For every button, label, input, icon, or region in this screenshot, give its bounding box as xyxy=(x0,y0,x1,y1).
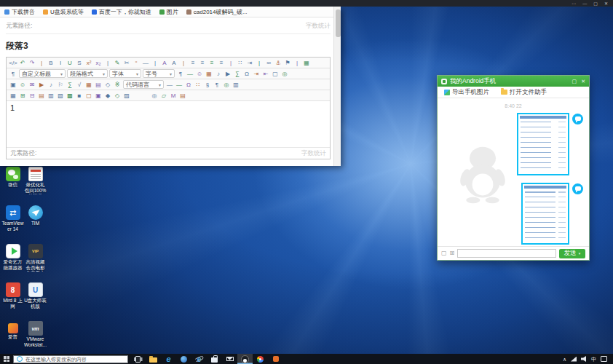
desktop-icon[interactable]: 最优化礼包回100%的汇总 xyxy=(24,167,47,205)
editor-toolbar-icon[interactable]: ⇥ xyxy=(245,58,254,67)
edge-icon[interactable] xyxy=(161,354,176,364)
desktop-icon[interactable]: TIM xyxy=(24,205,47,244)
editor-toolbar-icon[interactable]: √ xyxy=(75,80,84,89)
minimize-icon[interactable]: ▢ xyxy=(572,79,577,84)
editor-toolbar-icon[interactable]: Ω xyxy=(184,80,193,89)
editor-toolbar-icon[interactable]: ⇤ xyxy=(261,69,270,78)
editor-toolbar-icon[interactable]: Ω xyxy=(242,69,251,78)
editor-toolbar-icon[interactable]: ♪ xyxy=(214,69,223,78)
editor-toolbar-icon[interactable]: x₂ xyxy=(94,58,103,67)
editor-toolbar-icon[interactable]: ▱ xyxy=(159,91,168,100)
task-view-icon[interactable] xyxy=(130,354,146,364)
editor-toolbar-icon[interactable]: ∑ xyxy=(66,80,74,89)
device-avatar-icon[interactable] xyxy=(572,114,583,124)
editor-toolbar-icon[interactable]: ▣ xyxy=(94,91,103,100)
browser-icon[interactable] xyxy=(176,354,191,364)
editor-toolbar-icon[interactable]: — xyxy=(165,80,174,89)
export-phone-images-button[interactable]: 导出手机图片 xyxy=(444,88,489,97)
editor-toolbar-icon[interactable]: ▦ xyxy=(205,69,213,78)
editor-toolbar-icon[interactable]: ☺ xyxy=(195,69,204,78)
app-orange-icon[interactable] xyxy=(268,354,283,364)
editor-toolbar-icon[interactable]: A xyxy=(160,58,169,67)
editor-toolbar-icon[interactable]: A xyxy=(170,58,178,67)
editor-toolbar-icon[interactable]: ▥ xyxy=(47,91,55,100)
chrome-icon[interactable] xyxy=(253,354,268,364)
editor-toolbar-icon[interactable]: ≡ xyxy=(198,58,207,67)
editor-toolbar-icon[interactable]: ◎ xyxy=(280,69,289,78)
custom-style-dropdown[interactable]: 自定义标题 xyxy=(19,69,66,78)
editor-content-area[interactable]: 1 xyxy=(7,101,330,148)
editor-toolbar-icon[interactable]: — xyxy=(186,69,194,78)
desktop-icon[interactable]: Mird 8 上网 xyxy=(1,282,24,321)
editor-toolbar-icon[interactable]: ◎ xyxy=(222,80,231,89)
bookmark-item[interactable]: cad2014破解码_破... xyxy=(186,8,248,16)
editor-toolbar-icon[interactable]: ⊞ xyxy=(18,91,27,100)
editor-toolbar-icon[interactable]: ≡ xyxy=(189,58,197,67)
store-icon[interactable] xyxy=(207,354,222,364)
editor-toolbar-icon[interactable]: ▤ xyxy=(178,91,187,100)
editor-toolbar-icon[interactable]: ¶ xyxy=(213,80,221,89)
editor-toolbar-icon[interactable]: ▶ xyxy=(37,80,46,89)
bookmark-item[interactable]: U盘装系统等 xyxy=(43,8,84,16)
desktop-icon[interactable]: U盘大师装机版 xyxy=(24,282,47,321)
editor-toolbar-icon[interactable]: ▢ xyxy=(84,91,93,100)
code-language-dropdown[interactable]: 代码语言 xyxy=(123,80,164,89)
editor-toolbar-icon[interactable]: ― xyxy=(175,80,183,89)
message-input[interactable] xyxy=(457,249,556,258)
editor-toolbar-icon[interactable]: ▩ xyxy=(66,91,74,100)
editor-toolbar-icon[interactable]: ⚐ xyxy=(56,80,65,89)
desktop-icon[interactable]: 微信 xyxy=(1,167,24,205)
editor-toolbar-icon[interactable]: ※ xyxy=(113,80,122,89)
editor-toolbar-icon[interactable]: ☺ xyxy=(18,80,27,89)
taskbar-search-box[interactable] xyxy=(13,355,128,363)
qq-icon[interactable] xyxy=(237,354,253,364)
editor-toolbar-icon[interactable]: ⊟ xyxy=(28,91,36,100)
editor-toolbar-icon[interactable]: | xyxy=(37,58,46,67)
phone-screenshot-thumbnail[interactable] xyxy=(521,183,569,245)
close-icon[interactable]: ✕ xyxy=(604,1,608,6)
mail-icon[interactable] xyxy=(222,354,237,364)
start-button[interactable] xyxy=(0,354,13,364)
editor-toolbar-icon[interactable]: ■ xyxy=(75,91,84,100)
search-input[interactable] xyxy=(25,357,124,362)
editor-toolbar-icon[interactable]: ▨ xyxy=(122,91,131,100)
phone-screenshot-thumbnail[interactable] xyxy=(517,113,569,175)
editor-toolbar-icon[interactable]: ▥ xyxy=(232,80,240,89)
editor-toolbar-icon[interactable]: ― xyxy=(141,58,150,67)
close-icon[interactable]: ✕ xyxy=(581,79,585,84)
device-avatar-icon[interactable] xyxy=(572,183,583,194)
editor-toolbar-icon[interactable]: | xyxy=(103,58,112,67)
editor-toolbar-icon[interactable]: ▦ xyxy=(9,91,17,100)
editor-toolbar-icon[interactable]: </> xyxy=(9,58,17,67)
editor-toolbar-icon[interactable]: ◆ xyxy=(103,91,112,100)
bookmark-item[interactable]: 图片 xyxy=(159,8,178,16)
editor-toolbar-icon[interactable]: ▦ xyxy=(84,80,93,89)
editor-toolbar-icon[interactable]: ◇ xyxy=(113,91,122,100)
editor-toolbar-icon[interactable]: ▦ xyxy=(302,58,311,67)
editor-toolbar-icon[interactable]: S xyxy=(75,58,84,67)
editor-toolbar-icon[interactable]: ▧ xyxy=(56,91,65,100)
ie-icon[interactable] xyxy=(191,354,207,364)
maximize-icon[interactable]: ▢ xyxy=(593,1,598,6)
editor-toolbar-icon[interactable]: ⚑ xyxy=(283,58,292,67)
minimize-icon[interactable]: — xyxy=(582,1,587,6)
editor-toolbar-icon[interactable]: § xyxy=(203,80,212,89)
send-button[interactable]: 发送 ▾ xyxy=(559,249,585,258)
network-icon[interactable] xyxy=(571,357,577,362)
browser-scrollbar[interactable] xyxy=(333,7,341,166)
ime-indicator[interactable]: 中 xyxy=(591,357,596,362)
editor-toolbar-icon[interactable]: ∷ xyxy=(236,58,245,67)
editor-toolbar-icon[interactable]: | xyxy=(255,58,264,67)
editor-toolbar-icon[interactable]: ▶ xyxy=(224,69,232,78)
editor-toolbar-icon[interactable]: ⇥ xyxy=(252,69,261,78)
scrollbar-thumb[interactable] xyxy=(336,9,341,37)
editor-toolbar-icon[interactable]: ▤ xyxy=(94,80,103,89)
font-size-dropdown[interactable]: 字号 xyxy=(143,69,175,78)
desktop-icon[interactable]: 高清视频会员电影免费看方法 xyxy=(24,244,47,282)
checkbox-icon[interactable]: ▢ xyxy=(441,250,447,256)
paragraph-format-dropdown[interactable]: 段落格式 xyxy=(67,69,108,78)
editor-toolbar-icon[interactable]: ⚓ xyxy=(274,58,282,67)
editor-toolbar-icon[interactable]: ◇ xyxy=(103,80,112,89)
editor-toolbar-icon[interactable]: ∞ xyxy=(264,58,273,67)
editor-toolbar-icon[interactable]: B xyxy=(47,58,55,67)
